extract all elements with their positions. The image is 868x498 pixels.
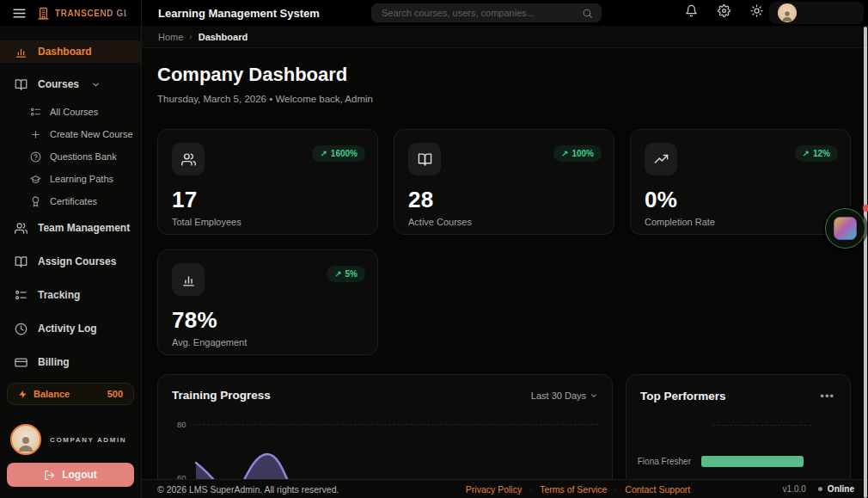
stat-value: 78% xyxy=(172,307,364,334)
person-icon xyxy=(15,433,36,453)
panel-title: Training Progress xyxy=(172,389,271,402)
building-icon xyxy=(37,7,50,20)
brand-name: TRANSCEND GL xyxy=(55,9,126,18)
performer-name: Fiona Fresher xyxy=(627,457,701,466)
breadcrumb-separator: › xyxy=(189,32,192,41)
sidebar-item-questions-bank[interactable]: Questions Bank xyxy=(0,146,141,167)
courses-submenu: All Courses Create New Course Questions … xyxy=(0,101,141,212)
settings-button[interactable] xyxy=(716,3,732,19)
floating-extension-widget[interactable] xyxy=(825,208,865,249)
sidebar-item-all-courses[interactable]: All Courses xyxy=(0,101,141,122)
sidebar-item-create-new-course[interactable]: Create New Course xyxy=(0,124,141,144)
book-open-icon xyxy=(408,143,441,175)
footer-status: v1.0.0 Online xyxy=(783,484,854,494)
sidebar-item-billing[interactable]: Billing xyxy=(0,351,141,373)
scrollbar[interactable] xyxy=(864,27,867,498)
terms-of-service-link[interactable]: Terms of Service xyxy=(540,484,607,495)
stats-row-1: ↗ 1600% 17 Total Employees ↗ 100% 28 Act… xyxy=(157,129,851,235)
chevron-down-icon xyxy=(91,80,101,89)
trend-badge: ↗ 5% xyxy=(327,266,365,282)
stat-card-completion-rate: ↗ 12% 0% Completion Rate xyxy=(630,129,851,235)
graduation-cap-icon xyxy=(29,174,41,185)
footer-links: Privacy Policy · Terms of Service · Cont… xyxy=(431,484,690,495)
trend-up-icon: ↗ xyxy=(320,149,327,158)
privacy-policy-link[interactable]: Privacy Policy xyxy=(466,484,522,495)
sidebar-user: COMPANY ADMIN xyxy=(10,423,134,456)
sidebar-item-certificates[interactable]: Certificates xyxy=(0,191,141,212)
stat-value: 17 xyxy=(172,187,364,213)
gear-icon xyxy=(718,4,730,17)
stat-label: Active Courses xyxy=(408,217,600,227)
sidebar-item-team-management[interactable]: Team Management xyxy=(0,217,141,239)
sidebar-header: TRANSCEND GL xyxy=(0,0,142,26)
panel-title: Top Performers xyxy=(640,390,726,403)
header-main: Learning Management System xyxy=(142,0,868,26)
ellipsis-icon: ••• xyxy=(820,390,834,403)
footer-separator: · xyxy=(529,485,532,494)
sidebar-item-label: Learning Paths xyxy=(50,174,113,184)
theme-toggle-button[interactable] xyxy=(749,3,765,19)
more-options-button[interactable]: ••• xyxy=(818,389,836,403)
book-open-icon xyxy=(14,78,28,91)
range-label: Last 30 Days xyxy=(531,390,586,401)
bar-chart-icon xyxy=(172,263,205,296)
menu-button[interactable] xyxy=(10,4,28,22)
logout-button[interactable]: Logout xyxy=(7,463,134,487)
online-status-dot xyxy=(818,487,822,491)
stat-label: Avg. Engagement xyxy=(172,337,364,347)
gridline xyxy=(712,425,811,426)
user-avatar xyxy=(10,424,41,455)
brand-logo[interactable]: TRANSCEND GL xyxy=(37,7,126,20)
user-menu[interactable] xyxy=(769,2,864,24)
stat-value: 0% xyxy=(645,187,836,213)
range-dropdown[interactable]: Last 30 Days xyxy=(531,390,598,401)
gridline xyxy=(194,424,598,425)
sidebar-item-dashboard[interactable]: Dashboard xyxy=(0,40,141,63)
app-window: TRANSCEND GL Learning Management System xyxy=(0,0,868,498)
sidebar-item-courses[interactable]: Courses xyxy=(0,73,141,95)
copyright-text: © 2026 LMS SuperAdmin. All rights reserv… xyxy=(157,484,339,495)
version-text: v1.0.0 xyxy=(783,484,806,494)
trend-value: 1600% xyxy=(331,149,358,158)
performer-row: Fiona Fresher xyxy=(627,456,850,467)
app-title: Learning Management System xyxy=(158,7,320,20)
page-subtitle: Thursday, March 5, 2026 • Welcome back, … xyxy=(157,94,373,104)
stat-card-avg-engagement: ↗ 5% 78% Avg. Engagement xyxy=(157,249,378,355)
trend-value: 12% xyxy=(813,149,830,158)
contact-support-link[interactable]: Contact Support xyxy=(625,484,690,495)
trend-value: 5% xyxy=(345,269,358,279)
trending-up-icon xyxy=(645,143,677,175)
sidebar-item-activity-log[interactable]: Activity Log xyxy=(0,317,141,340)
bar-chart-icon xyxy=(14,46,28,58)
header-actions xyxy=(683,3,765,19)
book-open-icon xyxy=(14,255,28,268)
sidebar-item-label: Certificates xyxy=(50,196,97,206)
search-input[interactable] xyxy=(371,8,582,18)
breadcrumb: Home › Dashboard xyxy=(142,26,868,48)
sidebar-item-label: Create New Course xyxy=(50,129,133,139)
panel-header: Training Progress Last 30 Days xyxy=(158,375,612,402)
balance-value: 500 xyxy=(107,389,123,399)
notification-dot xyxy=(863,205,868,212)
chevron-down-icon xyxy=(590,391,598,400)
breadcrumb-home[interactable]: Home xyxy=(158,32,183,42)
app-footer: © 2026 LMS SuperAdmin. All rights reserv… xyxy=(142,479,868,498)
online-status-label: Online xyxy=(828,484,854,494)
bell-icon xyxy=(685,4,698,17)
users-icon xyxy=(172,143,205,175)
page-header: Company Dashboard Thursday, March 5, 202… xyxy=(157,64,373,104)
credit-card-icon xyxy=(14,356,28,369)
sidebar-item-label: Questions Bank xyxy=(50,151,117,162)
sidebar-item-learning-paths[interactable]: Learning Paths xyxy=(0,169,141,189)
balance-widget[interactable]: Balance 500 xyxy=(7,383,134,405)
sun-icon xyxy=(750,4,763,17)
sidebar-item-tracking[interactable]: Tracking xyxy=(0,284,141,306)
stats-row-2: ↗ 5% 78% Avg. Engagement xyxy=(157,249,378,355)
performer-bar xyxy=(701,456,804,467)
page-title: Company Dashboard xyxy=(157,64,373,86)
breadcrumb-current: Dashboard xyxy=(199,32,248,42)
notifications-button[interactable] xyxy=(683,3,700,19)
search-icon xyxy=(582,8,602,19)
main-content: Home › Dashboard Company Dashboard Thurs… xyxy=(142,26,868,498)
sidebar-item-assign-courses[interactable]: Assign Courses xyxy=(0,250,141,273)
